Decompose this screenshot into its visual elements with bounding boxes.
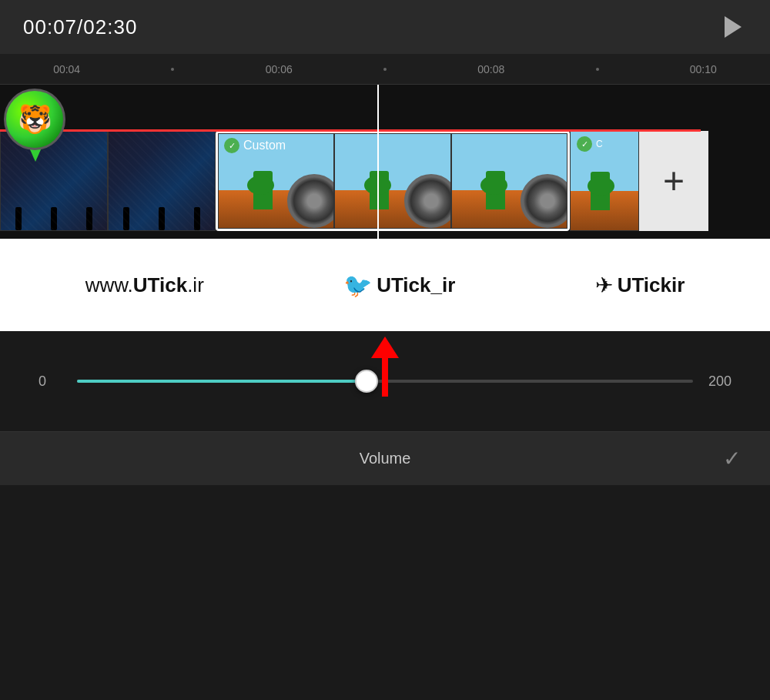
play-button[interactable]: [716, 12, 747, 42]
thumb-desert-3: [451, 133, 567, 229]
ruler-dot-2: [383, 68, 387, 71]
partial-check-icon: ✓: [577, 136, 592, 152]
slider-max-label: 200: [708, 373, 732, 390]
volume-label: Volume: [54, 450, 716, 467]
wheel-3: [521, 174, 567, 228]
video-strip: ✓ Custom ✓ C +: [0, 131, 770, 231]
add-clip-button[interactable]: +: [639, 131, 708, 231]
ruler-mark-0008: 00:08: [477, 63, 504, 75]
telegram-handle: UTickir: [618, 273, 685, 297]
arrow-head-icon: [371, 337, 399, 358]
thumb-cell-1: [0, 131, 108, 231]
slider-area: 0 200: [0, 331, 770, 431]
telegram-watermark: ✈ UTickir: [595, 273, 685, 298]
partial-label: ✓ C: [577, 136, 603, 152]
balloon-emoji: 🐯: [18, 103, 52, 136]
timeline-ruler: 00:04 00:06 00:08 00:10: [0, 54, 770, 85]
figure-silhouette-1: [1, 171, 107, 230]
telegram-icon: ✈: [595, 273, 613, 298]
wheel-2: [404, 174, 451, 228]
track-area: 🐯 ✓ Custom: [0, 85, 770, 239]
check-icon: ✓: [723, 446, 741, 471]
playhead: [377, 85, 379, 239]
thumb-partial: ✓ C: [570, 131, 639, 231]
website-bold: UTick: [133, 273, 187, 296]
slider-min-label: 0: [38, 373, 62, 390]
watermark-banner: www.UTick.ir 🐦 UTick_ir ✈ UTickir: [0, 239, 770, 331]
balloon-thumbnail: 🐯: [4, 89, 65, 150]
thumb-desert-2: [334, 133, 450, 229]
ruler-marks: 00:04 00:06 00:08 00:10: [8, 63, 762, 75]
strip-selected-custom[interactable]: ✓ Custom: [216, 131, 570, 231]
arrow-annotation: [371, 337, 399, 397]
bottom-bar: Volume ✓: [0, 431, 770, 485]
strip-partial: ✓ C: [570, 131, 639, 231]
twitter-handle: UTick_ir: [377, 273, 455, 297]
ruler-mark-0006: 00:06: [266, 63, 293, 75]
ruler-mark-0004: 00:04: [53, 63, 80, 75]
ruler-dot-1: [171, 68, 174, 71]
plus-icon: +: [663, 162, 685, 199]
custom-text: Custom: [243, 139, 286, 152]
timecode-display: 00:07/02:30: [23, 15, 137, 39]
top-bar: 00:07/02:30: [0, 0, 770, 54]
ruler-dot-3: [596, 68, 599, 71]
twitter-watermark: 🐦 UTick_ir: [343, 272, 455, 299]
custom-check-icon: ✓: [224, 138, 239, 153]
twitter-icon: 🐦: [343, 272, 372, 299]
arrow-stem: [382, 358, 388, 397]
custom-label-container: ✓ Custom: [224, 138, 286, 153]
ruler-mark-0010: 00:10: [690, 63, 717, 75]
wheel-1: [287, 174, 334, 228]
website-watermark: www.UTick.ir: [85, 273, 204, 297]
website-text: www.UTick.ir: [85, 273, 204, 297]
confirm-button[interactable]: ✓: [716, 444, 747, 474]
red-border-line: [0, 129, 701, 132]
figure-silhouette-2: [109, 171, 215, 230]
slider-fill: [77, 380, 367, 383]
thumb-cell-2: [108, 131, 216, 231]
play-triangle-icon: [725, 16, 742, 38]
